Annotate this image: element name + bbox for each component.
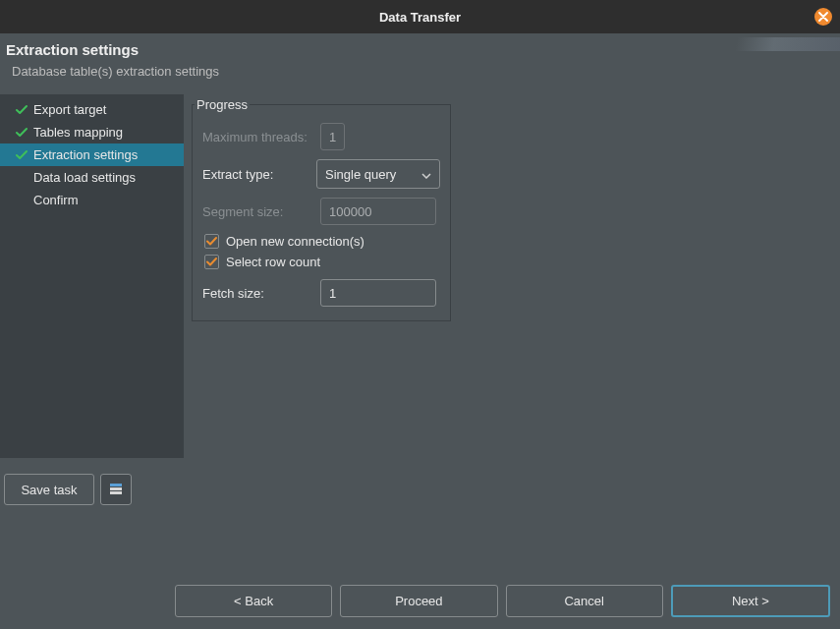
back-button[interactable]: < Back	[175, 585, 332, 617]
step-icon-placeholder	[16, 195, 28, 206]
sidebar-item-extraction-settings[interactable]: Extraction settings	[0, 143, 184, 166]
cancel-button[interactable]: Cancel	[506, 585, 663, 617]
next-button[interactable]: Next >	[671, 585, 830, 617]
close-button[interactable]	[814, 8, 832, 26]
sidebar-item-label: Export target	[33, 102, 106, 117]
segment-size-input[interactable]	[320, 198, 436, 225]
sidebar-item-confirm[interactable]: Confirm	[0, 189, 184, 211]
svg-rect-1	[110, 487, 122, 490]
progress-group: Progress Maximum threads: Extract type: …	[192, 104, 451, 321]
extract-type-label: Extract type:	[202, 167, 308, 182]
row-fetch-size: Fetch size:	[202, 279, 440, 307]
check-icon	[16, 104, 28, 116]
footer: < Back Proceed Cancel Next >	[0, 585, 840, 617]
table-config-icon	[108, 481, 124, 499]
step-icon-placeholder	[16, 172, 28, 184]
select-row-count-label[interactable]: Select row count	[226, 255, 320, 269]
window-title: Data Transfer	[379, 10, 461, 25]
titlebar: Data Transfer	[0, 0, 840, 33]
open-new-conn-checkbox[interactable]	[204, 234, 219, 249]
row-extract-type: Extract type: Single query	[202, 159, 440, 189]
save-task-button[interactable]: Save task	[4, 474, 94, 505]
row-segment-size: Segment size:	[202, 198, 440, 225]
body: Export target Tables mapping Extraction …	[0, 94, 840, 458]
group-title: Progress	[195, 97, 250, 112]
sidebar-item-label: Confirm	[33, 193, 79, 207]
open-new-conn-label[interactable]: Open new connection(s)	[226, 234, 364, 249]
row-select-row-count: Select row count	[204, 255, 440, 269]
header-decor	[693, 37, 840, 51]
sidebar-item-label: Data load settings	[33, 170, 136, 185]
check-icon	[16, 127, 28, 139]
fetch-size-label: Fetch size:	[202, 286, 312, 301]
svg-rect-0	[110, 484, 122, 486]
main-panel: Progress Maximum threads: Extract type: …	[184, 94, 459, 458]
configure-columns-button[interactable]	[100, 474, 132, 505]
sidebar-item-tables-mapping[interactable]: Tables mapping	[0, 121, 184, 143]
sidebar-item-label: Tables mapping	[33, 125, 123, 140]
close-icon	[818, 10, 828, 25]
chevron-down-icon	[421, 167, 431, 182]
row-max-threads: Maximum threads:	[202, 123, 440, 150]
extract-type-select[interactable]: Single query	[316, 159, 440, 189]
check-icon	[16, 149, 28, 161]
page-header: Extraction settings Database table(s) ex…	[0, 33, 840, 94]
page-subtitle: Database table(s) extraction settings	[6, 58, 834, 88]
sidebar-item-label: Extraction settings	[33, 147, 138, 162]
svg-rect-2	[110, 491, 122, 494]
select-row-count-checkbox[interactable]	[204, 255, 219, 269]
sidebar: Export target Tables mapping Extraction …	[0, 94, 184, 458]
sidebar-item-data-load-settings[interactable]: Data load settings	[0, 166, 184, 189]
fetch-size-input[interactable]	[320, 279, 436, 307]
sidebar-item-export-target[interactable]: Export target	[0, 98, 184, 121]
row-open-new-conn: Open new connection(s)	[204, 234, 440, 249]
max-threads-label: Maximum threads:	[202, 130, 312, 144]
toolbar: Save task	[4, 474, 132, 505]
proceed-button[interactable]: Proceed	[340, 585, 497, 617]
extract-type-value: Single query	[325, 167, 396, 182]
segment-size-label: Segment size:	[202, 204, 312, 219]
max-threads-input[interactable]	[320, 123, 345, 150]
